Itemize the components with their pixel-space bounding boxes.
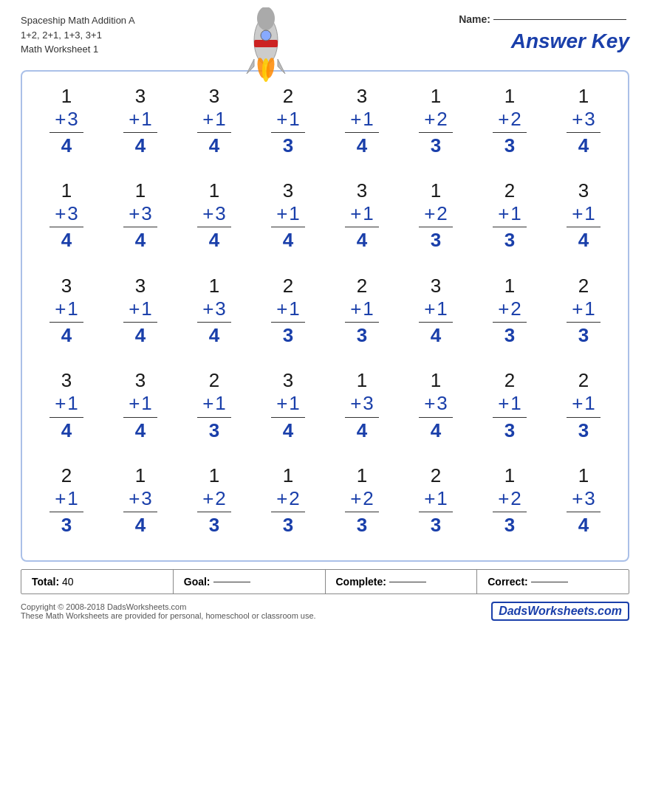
goal-label: Goal:	[184, 576, 211, 588]
answer: 4	[135, 514, 146, 537]
footer-goal: Goal:	[174, 570, 326, 593]
complete-blank	[389, 582, 426, 582]
num-top: 1	[209, 275, 219, 297]
num-addend: +1	[276, 392, 300, 415]
problem-4-4: 3+14	[251, 363, 325, 445]
footer-total: Total: 40	[21, 570, 174, 593]
answer: 3	[283, 134, 293, 157]
answer-line	[49, 417, 83, 418]
answer-line	[49, 322, 83, 323]
num-addend: +2	[424, 202, 448, 225]
num-addend: +1	[55, 392, 78, 415]
num-addend: +1	[129, 108, 152, 131]
answer-line	[123, 132, 157, 133]
num-top: 1	[504, 464, 515, 487]
answer-line	[345, 132, 379, 133]
num-top: 3	[357, 179, 367, 202]
name-line: Name:	[459, 13, 629, 25]
answer-line	[123, 417, 157, 418]
answer: 3	[61, 514, 72, 537]
answer-line	[197, 512, 231, 512]
answer: 3	[578, 324, 589, 347]
num-addend: +3	[55, 202, 78, 225]
answer: 3	[209, 419, 219, 442]
num-addend: +1	[55, 297, 78, 320]
problem-4-8: 2+13	[547, 363, 620, 445]
answer-line	[123, 227, 157, 227]
num-top: 1	[135, 179, 146, 202]
copyright-text: Copyright © 2008-2018 DadsWorksheets.com…	[21, 602, 316, 620]
problem-5-3: 1+23	[177, 458, 251, 540]
answer-line	[197, 322, 231, 323]
num-top: 1	[431, 369, 441, 392]
copyright-line1: Copyright © 2008-2018 DadsWorksheets.com	[21, 602, 316, 611]
footer-complete: Complete:	[326, 570, 478, 593]
answer-line	[271, 322, 305, 323]
answer: 4	[578, 514, 589, 537]
answer: 3	[504, 134, 515, 157]
answer: 4	[357, 229, 367, 252]
num-top: 1	[135, 464, 146, 487]
answer: 4	[578, 229, 589, 252]
problem-5-7: 1+23	[473, 458, 547, 540]
num-top: 1	[283, 464, 293, 487]
complete-label: Complete:	[336, 576, 386, 588]
problem-3-6: 3+14	[399, 269, 473, 351]
problem-4-3: 2+13	[177, 363, 251, 445]
num-addend: +2	[276, 487, 300, 510]
title-line2: 1+2, 2+1, 1+3, 3+1	[21, 28, 135, 43]
answer: 3	[504, 419, 515, 442]
problem-3-4: 2+13	[251, 269, 325, 351]
answer: 4	[283, 229, 293, 252]
problem-5-4: 1+23	[251, 458, 325, 540]
num-addend: +3	[202, 202, 226, 225]
answer: 4	[357, 419, 367, 442]
answer-line	[49, 132, 83, 133]
problem-row-1: 1+343+143+142+133+141+231+231+34	[30, 79, 620, 161]
problem-1-2: 3+14	[103, 79, 177, 161]
answer: 4	[578, 134, 589, 157]
answer-line	[567, 417, 601, 418]
num-top: 1	[209, 179, 219, 202]
num-addend: +1	[350, 297, 374, 320]
answer-line	[419, 417, 453, 418]
answer: 3	[209, 514, 219, 537]
num-top: 3	[209, 85, 219, 108]
problem-3-3: 1+34	[177, 269, 251, 351]
answer: 4	[209, 324, 219, 347]
problem-1-1: 1+34	[30, 79, 103, 161]
problem-4-7: 2+13	[473, 363, 547, 445]
answer: 4	[135, 134, 146, 157]
answer-line	[493, 132, 527, 133]
svg-marker-5	[278, 59, 285, 74]
num-addend: +1	[276, 108, 300, 131]
num-top: 1	[578, 85, 589, 108]
num-top: 2	[504, 369, 515, 392]
problem-2-6: 1+23	[399, 173, 473, 255]
header: Spaceship Math Addition A 1+2, 2+1, 1+3,…	[0, 0, 650, 64]
num-top: 1	[61, 179, 72, 202]
num-addend: +2	[350, 487, 374, 510]
answer-line	[493, 417, 527, 418]
answer-line	[419, 512, 453, 512]
answer: 4	[135, 419, 146, 442]
num-addend: +2	[202, 487, 226, 510]
answer: 3	[357, 324, 367, 347]
header-right: Name: Answer Key	[459, 13, 629, 53]
answer: 3	[578, 419, 589, 442]
answer-line	[567, 227, 601, 227]
num-top: 3	[357, 85, 367, 108]
num-addend: +1	[498, 202, 521, 225]
answer: 3	[283, 514, 293, 537]
correct-blank	[531, 582, 568, 582]
num-addend: +3	[350, 392, 374, 415]
num-addend: +1	[572, 202, 595, 225]
svg-marker-4	[247, 59, 254, 74]
answer: 4	[61, 134, 72, 157]
num-top: 3	[61, 275, 72, 297]
answer: 3	[283, 324, 293, 347]
num-top: 2	[578, 275, 589, 297]
answer: 3	[504, 324, 515, 347]
answer-line	[197, 227, 231, 227]
num-top: 3	[135, 85, 146, 108]
